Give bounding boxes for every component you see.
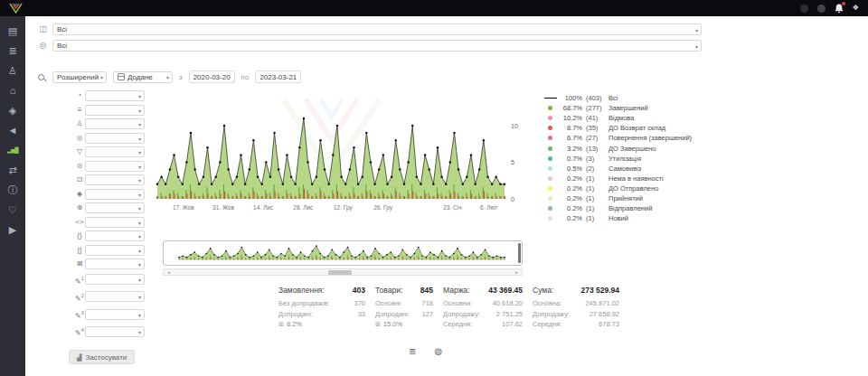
legend-label: ДО Отправлено bbox=[609, 184, 711, 193]
rail-dashboard-icon[interactable]: ▤ bbox=[0, 25, 25, 36]
rail-products-icon[interactable]: ◈ bbox=[0, 105, 25, 116]
date-from-input[interactable]: 2020-03-20 bbox=[189, 70, 235, 83]
legend-dot-icon bbox=[543, 166, 557, 171]
chart-navigator[interactable] bbox=[163, 240, 523, 266]
svg-text:14. Лис: 14. Лис bbox=[253, 204, 274, 211]
rail-orders-icon[interactable]: ≣ bbox=[0, 45, 25, 56]
warehouse-filter-select[interactable] bbox=[85, 174, 145, 185]
status-filter-select[interactable] bbox=[85, 105, 145, 116]
legend-count: (1) bbox=[586, 214, 609, 222]
extra-filter-select[interactable] bbox=[85, 258, 145, 269]
statuses-filter-icon: ◫ bbox=[38, 24, 48, 33]
svg-text:0: 0 bbox=[511, 196, 514, 202]
legend-label: Самовивіз bbox=[609, 164, 711, 173]
notifications-bell-icon[interactable] bbox=[835, 4, 844, 14]
status-circle-icon[interactable] bbox=[800, 5, 808, 13]
legend-count: (35) bbox=[586, 124, 609, 132]
rail-video-icon[interactable]: ▶ bbox=[0, 224, 25, 235]
rail-info-icon[interactable]: ⓘ bbox=[0, 184, 25, 195]
svg-text:10: 10 bbox=[511, 123, 518, 129]
legend-item-5[interactable]: 3.2%(13)ДО Завершено bbox=[543, 143, 711, 153]
manager-filter-select[interactable] bbox=[85, 118, 145, 129]
stat-subrow: Допродані:127 bbox=[375, 309, 433, 320]
legend-item-7[interactable]: 0.5%(2)Самовивіз bbox=[543, 164, 711, 174]
navigator-handle[interactable] bbox=[518, 243, 521, 263]
custom-field-1-row: ✎1 bbox=[74, 273, 145, 287]
globe-icon[interactable]: ◍ bbox=[434, 346, 442, 357]
legend-item-2[interactable]: 10.2%(41)Відмова bbox=[543, 113, 711, 123]
user-avatar[interactable] bbox=[817, 5, 826, 13]
utm-filter-select[interactable] bbox=[85, 245, 145, 256]
region-filter-select[interactable] bbox=[85, 161, 145, 172]
legend-label: Відмова bbox=[609, 114, 711, 122]
legend-dot-icon bbox=[543, 116, 557, 120]
legend-count: (403) bbox=[586, 94, 609, 102]
apply-button-label: Застосувати bbox=[85, 353, 127, 362]
legend-item-0[interactable]: 100%(403)Всі bbox=[543, 93, 711, 103]
date-to-input[interactable]: 2023-03-21 bbox=[255, 70, 301, 83]
delivery-filter-select[interactable] bbox=[85, 202, 145, 213]
stat-subrow: Допродані:33 bbox=[278, 309, 365, 320]
region-filter-icon: ⊙ bbox=[74, 161, 85, 172]
orders-chart[interactable]: 051017. Жов31. Жов14. Лис28. Лис12. Гру2… bbox=[154, 87, 533, 222]
rail-partners-icon[interactable]: ♡ bbox=[0, 204, 25, 215]
legend-item-4[interactable]: 6.7%(27)Повернення (завершений) bbox=[543, 133, 711, 143]
legend-item-9[interactable]: 0.2%(1)ДО Отправлено bbox=[543, 183, 711, 193]
left-nav-rail: ▤≣♙⌂◈◄▂▅█⇄ⓘ♡▶ bbox=[0, 16, 25, 376]
types-filter-select[interactable]: Всі bbox=[52, 40, 702, 52]
svg-text:23. Січ: 23. Січ bbox=[443, 204, 461, 211]
stat-value: 273 529.94 bbox=[580, 286, 619, 295]
legend-count: (1) bbox=[586, 204, 609, 212]
scrollbar-thumb[interactable] bbox=[328, 270, 352, 275]
legend-percent: 0.2% bbox=[561, 214, 582, 222]
funnel-filter-select[interactable] bbox=[85, 146, 145, 157]
svg-text:6. Лют: 6. Лют bbox=[480, 204, 497, 211]
stat-column-3: Сума:273 529.94Основна:245 871.02Допрода… bbox=[533, 286, 619, 330]
product-filter-select[interactable] bbox=[85, 189, 145, 200]
summary-stats: Замовлення:403Без допродажів:370Допродан… bbox=[278, 286, 619, 330]
apply-button[interactable]: ▟ Застосувати bbox=[69, 350, 135, 364]
rail-analytics-icon[interactable]: ▂▅█ bbox=[0, 145, 25, 155]
search-mode-select[interactable]: Розширений bbox=[52, 71, 107, 83]
legend-item-10[interactable]: 0.2%(1)Прийнятий bbox=[543, 193, 711, 203]
statuses-filter-value: Всі bbox=[57, 25, 67, 33]
summary-list-icon[interactable]: ≣ bbox=[409, 346, 416, 357]
utm-filter-row: [] bbox=[74, 245, 145, 256]
custom-field-2-select[interactable] bbox=[85, 291, 145, 302]
chart-scrollbar[interactable]: ◂ ▸ bbox=[163, 268, 523, 276]
custom-field-3-select[interactable] bbox=[85, 309, 145, 320]
legend-item-12[interactable]: 0.2%(1)Новий bbox=[543, 213, 711, 223]
search-icon[interactable] bbox=[38, 74, 44, 80]
date-field-select[interactable]: Додане bbox=[113, 71, 173, 83]
source-filter-select[interactable] bbox=[85, 133, 145, 144]
scroll-right-icon[interactable]: ▸ bbox=[513, 269, 521, 275]
legend-item-6[interactable]: 0.7%(3)Утилізація bbox=[543, 154, 711, 164]
rail-shop-icon[interactable]: ⌂ bbox=[0, 85, 25, 96]
svg-text:17. Жов: 17. Жов bbox=[173, 204, 194, 211]
legend-item-1[interactable]: 68.7%(277)Завершений bbox=[543, 103, 711, 113]
legend-count: (1) bbox=[586, 184, 609, 193]
legend-item-8[interactable]: 0.2%(1)Нема в наявності bbox=[543, 174, 711, 183]
period-filter-row: ◔ bbox=[74, 90, 145, 101]
legend-percent: 100% bbox=[561, 94, 582, 102]
legend-percent: 68.7% bbox=[561, 104, 582, 112]
apps-icon[interactable]: ❖ bbox=[853, 5, 859, 12]
rail-integrations-icon[interactable]: ⇄ bbox=[0, 164, 25, 175]
legend-item-11[interactable]: 0.2%(1)Відправлений bbox=[543, 203, 711, 213]
date-to-label: по bbox=[241, 73, 250, 81]
legend-percent: 3.2% bbox=[561, 145, 582, 153]
scroll-left-icon[interactable]: ◂ bbox=[165, 269, 173, 275]
orders-chart-svg[interactable]: 051017. Жов31. Жов14. Лис28. Лис12. Гру2… bbox=[154, 87, 533, 222]
custom-field-1-select[interactable] bbox=[85, 274, 145, 285]
rail-clients-icon[interactable]: ♙ bbox=[0, 65, 25, 76]
period-filter-select[interactable] bbox=[85, 90, 145, 101]
tags-filter-select[interactable] bbox=[85, 217, 145, 228]
product-filter-row: ◈ bbox=[74, 189, 145, 200]
legend-count: (1) bbox=[586, 174, 609, 183]
legend-item-3[interactable]: 8.7%(35)ДО Возврат склад bbox=[543, 123, 711, 133]
statuses-filter-select[interactable]: Всі bbox=[52, 24, 702, 35]
rail-marketing-icon[interactable]: ◄ bbox=[0, 125, 25, 136]
custom-field-4-select[interactable] bbox=[85, 326, 145, 337]
date-from-label: з bbox=[179, 73, 183, 81]
payment-filter-select[interactable] bbox=[85, 230, 145, 241]
